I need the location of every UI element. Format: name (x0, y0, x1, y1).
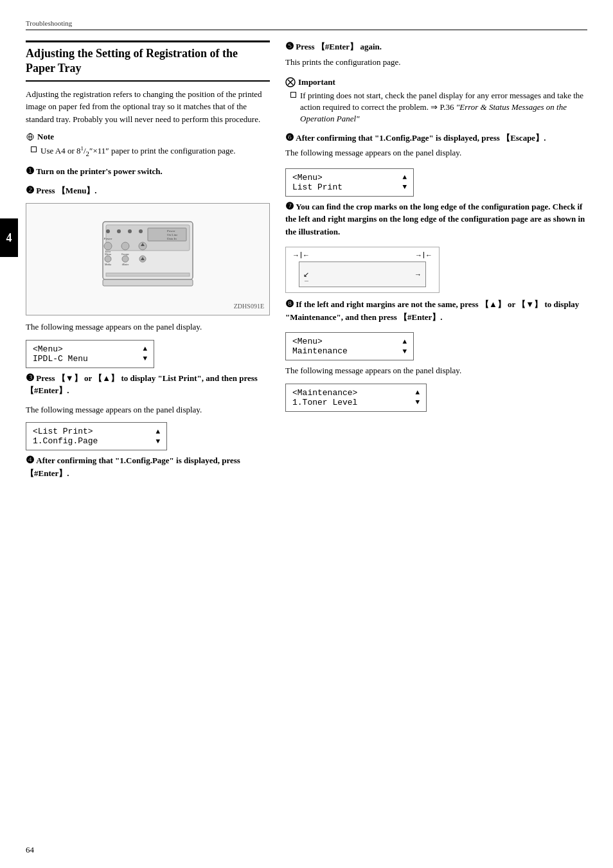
image-label: ZDHS091E (31, 303, 264, 310)
printer-image-box: Power Error Menu Escape Media (26, 203, 270, 315)
intro-text: Adjusting the registration refers to cha… (26, 88, 270, 126)
panel-display-maintenance-toner: <Maintenance> ▲ 1.Toner Level ▼ (285, 384, 427, 412)
panel-display-menu-list: <Menu> ▲ List Print ▼ (285, 168, 414, 197)
svg-point-19 (122, 256, 129, 262)
important-icon (285, 77, 296, 87)
printer-svg: Power Error Menu Escape Media (84, 209, 212, 299)
svg-point-9 (139, 229, 143, 233)
svg-rect-24 (103, 279, 193, 286)
panel-display-list-print: <List Print> ▲ 1.Config.Page ▼ (26, 422, 167, 450)
chapter-tab: 4 (0, 218, 18, 257)
important-title: Important (285, 77, 587, 87)
important-box: Important If printing does not start, ch… (285, 77, 587, 125)
content-columns: Adjusting the Setting of Registration of… (26, 40, 587, 486)
svg-text:Media: Media (105, 263, 111, 266)
svg-text:Power: Power (104, 237, 112, 240)
svg-point-8 (128, 229, 132, 233)
svg-point-5 (106, 229, 110, 233)
svg-point-17 (105, 256, 111, 262)
page-number: 64 (26, 845, 34, 855)
right-column: ❺ Press 【#Enter】 again. This prints the … (285, 40, 587, 486)
svg-point-13 (121, 242, 129, 250)
note-icon (26, 132, 35, 141)
svg-text:Menu: Menu (105, 252, 111, 256)
step-4: ❹ After confirming that "1.Config.Page" … (26, 454, 270, 479)
left-column: Adjusting the Setting of Registration of… (26, 40, 270, 486)
note-title: Note (26, 132, 270, 142)
svg-point-10 (104, 242, 112, 250)
step-2: ❷ Press 【Menu】. (26, 184, 270, 197)
note-item: Use A4 or 81/2″×11″ paper to print the c… (26, 145, 270, 159)
breadcrumb: Troubleshooting (26, 19, 587, 30)
step-5: ❺ Press 【#Enter】 again. This prints the … (285, 40, 587, 68)
svg-text:#Enter: #Enter (122, 263, 129, 266)
note-box: Note Use A4 or 81/2″×11″ paper to print … (26, 132, 270, 159)
step-6: ❻ After confirming that "1.Config.Page" … (285, 132, 587, 159)
panel-text-after8: The following message appears on the pan… (285, 364, 587, 377)
page-wrapper: Troubleshooting 4 Adjusting the Setting … (0, 0, 613, 868)
svg-text:Escape: Escape (121, 252, 129, 256)
step-3: ❸ Press 【▼】 or 【▲】 to display "List Prin… (26, 372, 270, 397)
section-title: Adjusting the Setting of Registration of… (26, 40, 270, 82)
panel-display-menu-ipdl: <Menu> ▲ IPDL-C Menu ▼ (26, 340, 154, 368)
panel-text-after2: The following message appears on the pan… (26, 321, 270, 333)
panel-text-after3: The following message appears on the pan… (26, 403, 270, 416)
step-1: ❶ Turn on the printer's power switch. (26, 165, 270, 178)
svg-rect-23 (106, 273, 190, 276)
svg-text:Data In: Data In (167, 237, 177, 240)
svg-text:On Line: On Line (167, 233, 178, 236)
step-7: ❼ You can find the crop marks on the lon… (285, 200, 587, 238)
svg-point-7 (117, 229, 121, 233)
svg-text:Power: Power (167, 229, 175, 233)
crop-marks-illustration: → ← → ← ↙ (285, 247, 440, 293)
step-8: ❽ If the left and right margins are not … (285, 298, 587, 323)
checkbox-icon-important (290, 92, 296, 98)
important-item: If printing does not start, check the pa… (285, 90, 587, 125)
panel-display-menu-maintenance: <Menu> ▲ Maintenance ▼ (285, 332, 414, 360)
panel-text-after6: The following message appears on the pan… (285, 146, 587, 159)
checkbox-icon (31, 146, 37, 152)
